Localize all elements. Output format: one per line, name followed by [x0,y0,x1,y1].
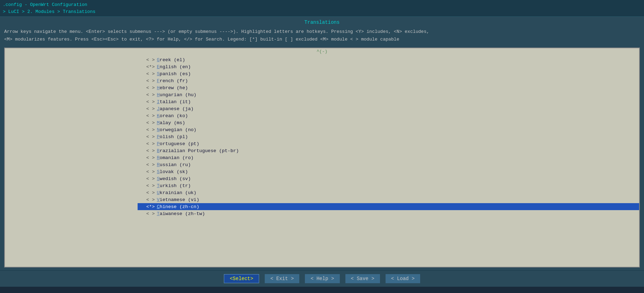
list-item[interactable]: < > Malay (ms) [138,119,639,126]
list-item[interactable]: < > Vietnamese (vi) [138,196,639,203]
title-bar: .config - OpenWrt Configuration > LuCI >… [0,0,644,17]
list-item[interactable]: < > Norwegian (no) [138,126,639,133]
instructions: Arrow keys navigate the menu. <Enter> se… [0,27,644,45]
list-item[interactable]: < > Japanese (ja) [138,105,639,112]
list-item[interactable]: < > Turkish (tr) [138,182,639,189]
list-item[interactable]: < > Slovak (sk) [138,168,639,175]
list-item[interactable]: < > Hebrew (he) [138,84,639,91]
list-item[interactable]: <*> English (en) [138,63,639,70]
list-item[interactable]: < > Taiwanese (zh-tw) [138,210,639,217]
help-button[interactable]: < Help > [305,274,339,283]
breadcrumb: > LuCI > 2. Modules > Translations [3,8,641,15]
list-item[interactable]: < > Polish (pl) [138,133,639,140]
list-item[interactable]: < > Greek (el) [138,56,639,63]
list-item[interactable]: < > Spanish (es) [138,70,639,77]
instruction-line2: <M> modularizes features. Press <Esc><Es… [4,36,640,43]
content-area: ^(-) < > Greek (el)<*> English (en)< > S… [4,48,640,267]
instruction-line1: Arrow keys navigate the menu. <Enter> se… [4,28,640,36]
list-item[interactable]: < > Russian (ru) [138,161,639,168]
select-button[interactable]: <Select> [224,274,259,283]
load-button[interactable]: < Load > [386,274,420,283]
main-container: Translations Arrow keys navigate the men… [0,17,644,287]
app-title: .config - OpenWrt Configuration [3,1,641,8]
list-item[interactable]: < > Korean (ko) [138,112,639,119]
exit-button[interactable]: < Exit > [265,274,299,283]
page-title: Translations [0,17,644,27]
menu-list: < > Greek (el)<*> English (en)< > Spanis… [5,55,639,267]
list-item[interactable]: < > Italian (it) [138,98,639,105]
list-item[interactable]: <*> Chinese (zh-cn) [138,203,639,210]
language-list: < > Greek (el)<*> English (en)< > Spanis… [5,56,639,217]
list-item[interactable]: < > Portuguese (pt) [138,140,639,147]
list-item[interactable]: < > Romanian (ro) [138,154,639,161]
list-item[interactable]: < > Ukrainian (uk) [138,189,639,196]
list-item[interactable]: < > French (fr) [138,77,639,84]
list-item[interactable]: < > Hungarian (hu) [138,91,639,98]
list-item[interactable]: < > Swedish (sv) [138,175,639,182]
save-button[interactable]: < Save > [345,274,380,283]
list-item[interactable]: < > Brazialian Portuguese (pt-br) [138,147,639,154]
scroll-indicator: ^(-) [5,48,639,55]
bottom-bar: <Select> < Exit > < Help > < Save > < Lo… [0,270,644,287]
footer-strip [0,287,644,293]
